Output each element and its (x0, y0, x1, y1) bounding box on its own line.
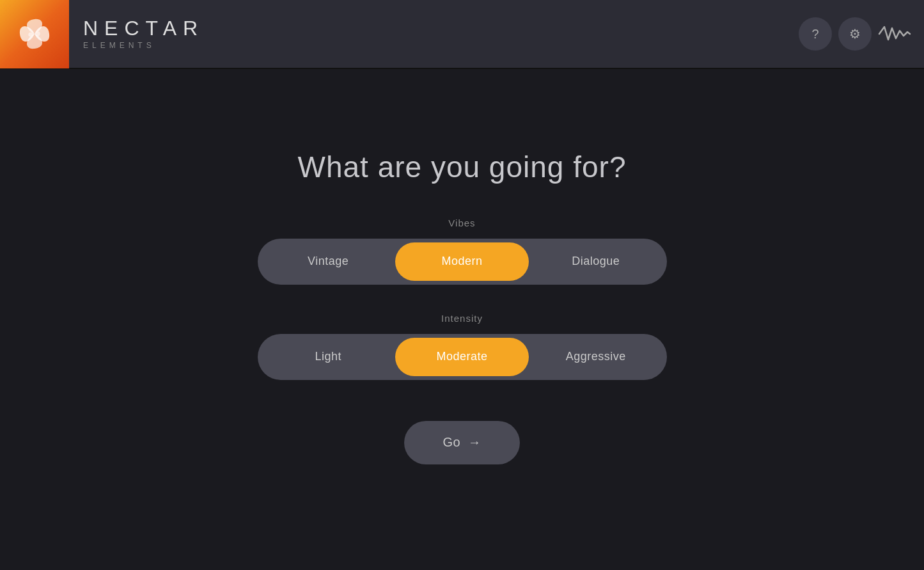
wave-icon (878, 22, 911, 46)
brand-text: NECTAR ELEMENTS (83, 18, 204, 50)
brand-sub: ELEMENTS (83, 41, 204, 50)
vibes-toggle-group: Vintage Modern Dialogue (258, 239, 667, 285)
vibes-dialogue-button[interactable]: Dialogue (529, 242, 662, 281)
settings-button[interactable]: ⚙ (838, 17, 872, 51)
header: NECTAR ELEMENTS ? ⚙ (0, 0, 924, 69)
question-icon: ? (811, 27, 818, 42)
intensity-section: Intensity Light Moderate Aggressive (258, 313, 667, 380)
go-arrow: → (468, 435, 482, 450)
brand-name: NECTAR (83, 18, 204, 38)
vibes-vintage-button[interactable]: Vintage (262, 242, 395, 281)
vibes-modern-button[interactable]: Modern (395, 242, 529, 281)
intensity-toggle-group: Light Moderate Aggressive (258, 334, 667, 380)
main-content: What are you going for? Vibes Vintage Mo… (0, 69, 924, 570)
intensity-light-button[interactable]: Light (262, 338, 395, 376)
main-title: What are you going for? (298, 150, 627, 184)
help-button[interactable]: ? (799, 17, 832, 51)
intensity-aggressive-button[interactable]: Aggressive (529, 338, 662, 376)
intensity-label: Intensity (441, 313, 483, 324)
logo-box (0, 0, 69, 68)
go-label: Go (442, 435, 460, 450)
logo-icon (12, 12, 57, 56)
vibes-section: Vibes Vintage Modern Dialogue (258, 218, 667, 285)
intensity-moderate-button[interactable]: Moderate (395, 338, 529, 376)
gear-icon: ⚙ (849, 26, 861, 42)
header-left: NECTAR ELEMENTS (0, 0, 204, 68)
go-button[interactable]: Go → (404, 421, 519, 464)
header-right: ? ⚙ (799, 17, 911, 51)
vibes-label: Vibes (448, 218, 475, 228)
